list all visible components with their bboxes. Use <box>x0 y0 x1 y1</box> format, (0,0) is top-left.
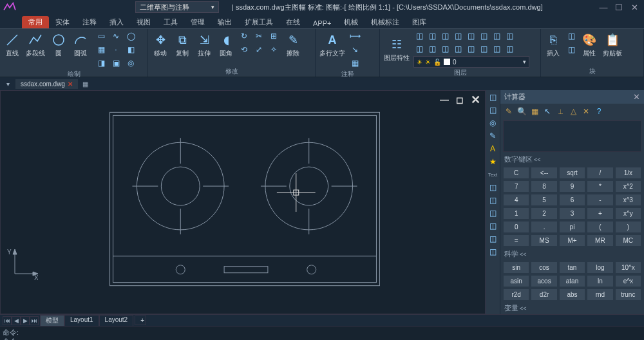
lnav-last-icon[interactable]: ⏭ <box>30 316 39 325</box>
calc-key-[interactable]: + <box>587 207 613 220</box>
calc-key-8[interactable]: 8 <box>531 180 557 193</box>
rect-icon[interactable]: ▭ <box>95 30 107 42</box>
st-4-icon[interactable]: ✎ <box>487 130 498 142</box>
calc-key-[interactable]: = <box>503 234 529 247</box>
layout-add[interactable]: + <box>135 316 146 325</box>
calc-key-3[interactable]: 3 <box>559 207 585 220</box>
st-9-icon[interactable]: ◫ <box>487 207 498 219</box>
hatch-icon[interactable]: ▦ <box>95 44 107 55</box>
calc-key-5[interactable]: 5 <box>531 194 557 206</box>
calc-key-ln[interactable]: ln <box>587 275 613 287</box>
attr-tool[interactable]: 🎨属性 <box>580 30 599 59</box>
layer-s4-icon[interactable]: ◫ <box>452 30 464 42</box>
calc-key-trunc[interactable]: trunc <box>615 288 641 301</box>
ribbon-tab-0[interactable]: 常用 <box>22 16 49 28</box>
fillet-tool[interactable]: ◖圆角 <box>216 30 236 59</box>
explode-icon[interactable]: ✧ <box>268 44 279 55</box>
ribbon-tab-2[interactable]: 注释 <box>76 16 103 28</box>
ct-7-icon[interactable]: ✕ <box>580 106 592 117</box>
calc-key-10x[interactable]: 10^x <box>615 261 641 274</box>
calc-sci-header[interactable]: 科学 <box>500 248 644 260</box>
st-1-icon[interactable]: ◫ <box>487 91 498 103</box>
array-icon[interactable]: ⊞ <box>268 30 279 42</box>
calc-key-M[interactable]: M+ <box>559 234 585 247</box>
ribbon-tab-9[interactable]: 在线 <box>279 16 307 28</box>
close-button[interactable]: ✕ <box>627 1 641 13</box>
drawing-canvas[interactable]: — ◻ ✕ YX <box>0 90 486 314</box>
calc-key-acos[interactable]: acos <box>531 275 557 287</box>
layer-s6-icon[interactable]: ◫ <box>478 30 489 42</box>
filetab-menu-icon[interactable]: ▾ <box>3 79 13 89</box>
st-10-icon[interactable]: ◫ <box>487 220 498 232</box>
calc-key-[interactable]: / <box>587 167 613 179</box>
st-8-icon[interactable]: ◫ <box>487 194 498 206</box>
layer-dropdown[interactable]: ☀☀🔓0 <box>413 56 529 68</box>
filetab-list-icon[interactable]: ▦ <box>80 79 91 89</box>
ribbon-tab-8[interactable]: 扩展工具 <box>238 16 279 28</box>
layer-t8-icon[interactable]: ◫ <box>504 43 515 55</box>
st-3-icon[interactable]: ◎ <box>487 117 498 129</box>
ribbon-tab-1[interactable]: 实体 <box>49 16 76 28</box>
mirror-icon[interactable]: ⟲ <box>238 44 250 55</box>
ribbon-tab-4[interactable]: 视图 <box>130 16 157 28</box>
clipboard-tool[interactable]: 📋剪贴板 <box>601 30 623 59</box>
layer-t6-icon[interactable]: ◫ <box>478 43 489 55</box>
st-12-icon[interactable]: ◫ <box>487 246 498 258</box>
ribbon-tab-6[interactable]: 管理 <box>184 16 211 28</box>
stretch-tool[interactable]: ⇲拉伸 <box>194 30 214 59</box>
layout-tab-2[interactable]: Layout2 <box>99 315 134 326</box>
region-icon[interactable]: ◧ <box>125 44 137 55</box>
gradient-icon[interactable]: ◨ <box>95 57 107 69</box>
calc-key-6[interactable]: 6 <box>559 194 585 206</box>
calc-key-rnd[interactable]: rnd <box>587 288 613 301</box>
close-file-icon[interactable]: ✕ <box>68 80 73 88</box>
ribbon-tab-5[interactable]: 工具 <box>157 16 184 28</box>
calc-key-7[interactable]: 7 <box>503 180 529 193</box>
layer-t4-icon[interactable]: ◫ <box>452 43 464 55</box>
ribbon-tab-12[interactable]: 机械标注 <box>365 16 406 28</box>
layer-t2-icon[interactable]: ◫ <box>426 43 438 55</box>
trim-icon[interactable]: ✂ <box>253 30 265 42</box>
calc-key-C[interactable]: C <box>503 167 529 179</box>
calc-key-cos[interactable]: cos <box>531 261 557 274</box>
calc-key-sqrt[interactable]: sqrt <box>559 167 585 179</box>
ribbon-tab-13[interactable]: 图库 <box>406 16 433 28</box>
move-tool[interactable]: ✥移动 <box>151 30 170 59</box>
calc-key-x3[interactable]: x^3 <box>615 194 641 206</box>
polyline-tool[interactable]: 多段线 <box>24 30 46 59</box>
calc-key-MR[interactable]: MR <box>587 234 613 247</box>
calc-key-atan[interactable]: atan <box>559 275 585 287</box>
lnav-next-icon[interactable]: ▶ <box>21 316 30 325</box>
calc-key-MC[interactable]: MC <box>615 234 641 247</box>
st-6-icon[interactable]: ★ <box>487 156 498 167</box>
layer-t5-icon[interactable]: ◫ <box>465 43 477 55</box>
calc-key-9[interactable]: 9 <box>559 180 585 193</box>
st-7-icon[interactable]: ◫ <box>487 182 498 193</box>
table-icon[interactable]: ▦ <box>349 57 361 69</box>
calc-key-asin[interactable]: asin <box>503 275 529 287</box>
calc-key-4[interactable]: 4 <box>503 194 529 206</box>
donut-icon[interactable]: ◎ <box>125 57 137 69</box>
insert-tool[interactable]: ⎘插入 <box>544 30 563 59</box>
layer-s3-icon[interactable]: ◫ <box>439 30 451 42</box>
ct-help-icon[interactable]: ? <box>593 106 605 117</box>
mtext-tool[interactable]: A多行文字 <box>318 30 346 59</box>
maximize-button[interactable]: ☐ <box>612 1 626 13</box>
lnav-prev-icon[interactable]: ◀ <box>12 316 21 325</box>
calc-key-sin[interactable]: sin <box>503 261 529 274</box>
layer-s7-icon[interactable]: ◫ <box>491 30 502 42</box>
leader-icon[interactable]: ↘ <box>349 44 361 55</box>
layer-s1-icon[interactable]: ◫ <box>413 30 425 42</box>
ct-3-icon[interactable]: ▦ <box>529 106 540 117</box>
file-tab[interactable]: ssdax.com.dwg✕ <box>15 79 78 89</box>
ribbon-tab-10[interactable]: APP+ <box>307 18 337 28</box>
ellipse-icon[interactable]: ◯ <box>125 30 137 42</box>
calc-numpad-header[interactable]: 数字键区 <box>500 153 644 165</box>
layer-t3-icon[interactable]: ◫ <box>439 43 451 55</box>
layer-s2-icon[interactable]: ◫ <box>426 30 438 42</box>
view-max-icon[interactable]: ◻ <box>454 95 466 105</box>
ct-4-icon[interactable]: ↖ <box>542 106 553 117</box>
calc-key-[interactable]: - <box>587 194 613 206</box>
ribbon-tab-3[interactable]: 插入 <box>103 16 130 28</box>
st-2-icon[interactable]: ◫ <box>487 104 498 116</box>
